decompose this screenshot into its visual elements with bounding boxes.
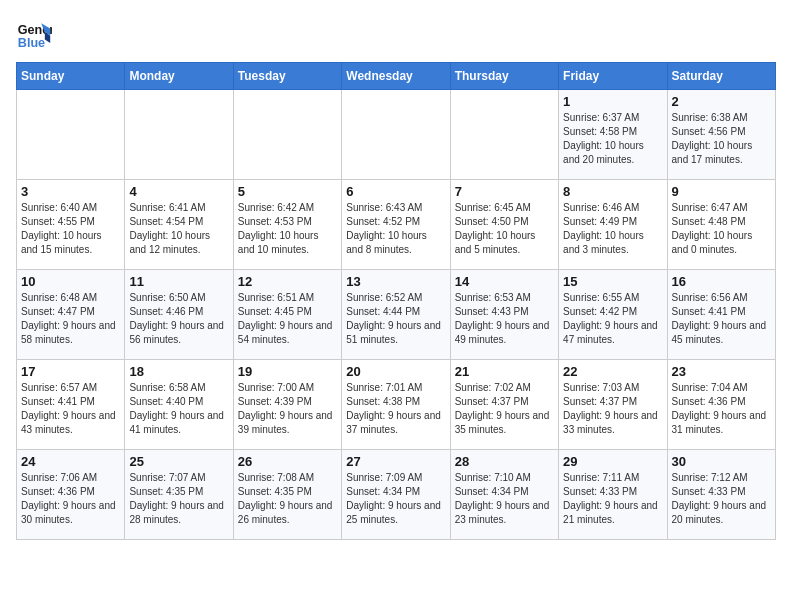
day-cell: 24Sunrise: 7:06 AM Sunset: 4:36 PM Dayli… — [17, 450, 125, 540]
day-cell — [233, 90, 341, 180]
day-number: 12 — [238, 274, 337, 289]
day-info: Sunrise: 7:04 AM Sunset: 4:36 PM Dayligh… — [672, 381, 771, 437]
day-number: 21 — [455, 364, 554, 379]
day-cell: 11Sunrise: 6:50 AM Sunset: 4:46 PM Dayli… — [125, 270, 233, 360]
day-number: 13 — [346, 274, 445, 289]
day-number: 2 — [672, 94, 771, 109]
week-row-2: 3Sunrise: 6:40 AM Sunset: 4:55 PM Daylig… — [17, 180, 776, 270]
day-info: Sunrise: 7:12 AM Sunset: 4:33 PM Dayligh… — [672, 471, 771, 527]
day-number: 1 — [563, 94, 662, 109]
day-cell: 7Sunrise: 6:45 AM Sunset: 4:50 PM Daylig… — [450, 180, 558, 270]
day-cell: 2Sunrise: 6:38 AM Sunset: 4:56 PM Daylig… — [667, 90, 775, 180]
day-info: Sunrise: 7:10 AM Sunset: 4:34 PM Dayligh… — [455, 471, 554, 527]
day-cell: 30Sunrise: 7:12 AM Sunset: 4:33 PM Dayli… — [667, 450, 775, 540]
day-info: Sunrise: 7:01 AM Sunset: 4:38 PM Dayligh… — [346, 381, 445, 437]
day-info: Sunrise: 6:55 AM Sunset: 4:42 PM Dayligh… — [563, 291, 662, 347]
day-number: 6 — [346, 184, 445, 199]
day-info: Sunrise: 6:52 AM Sunset: 4:44 PM Dayligh… — [346, 291, 445, 347]
day-number: 10 — [21, 274, 120, 289]
svg-text:Blue: Blue — [18, 36, 45, 50]
day-info: Sunrise: 6:46 AM Sunset: 4:49 PM Dayligh… — [563, 201, 662, 257]
day-cell — [342, 90, 450, 180]
day-info: Sunrise: 6:53 AM Sunset: 4:43 PM Dayligh… — [455, 291, 554, 347]
day-cell: 1Sunrise: 6:37 AM Sunset: 4:58 PM Daylig… — [559, 90, 667, 180]
header: General Blue — [16, 16, 776, 52]
day-cell: 21Sunrise: 7:02 AM Sunset: 4:37 PM Dayli… — [450, 360, 558, 450]
day-cell: 6Sunrise: 6:43 AM Sunset: 4:52 PM Daylig… — [342, 180, 450, 270]
day-number: 17 — [21, 364, 120, 379]
day-cell: 20Sunrise: 7:01 AM Sunset: 4:38 PM Dayli… — [342, 360, 450, 450]
day-number: 29 — [563, 454, 662, 469]
day-info: Sunrise: 6:51 AM Sunset: 4:45 PM Dayligh… — [238, 291, 337, 347]
day-number: 9 — [672, 184, 771, 199]
logo: General Blue — [16, 16, 52, 52]
day-number: 8 — [563, 184, 662, 199]
col-header-thursday: Thursday — [450, 63, 558, 90]
day-info: Sunrise: 6:40 AM Sunset: 4:55 PM Dayligh… — [21, 201, 120, 257]
day-cell: 10Sunrise: 6:48 AM Sunset: 4:47 PM Dayli… — [17, 270, 125, 360]
day-info: Sunrise: 6:45 AM Sunset: 4:50 PM Dayligh… — [455, 201, 554, 257]
day-info: Sunrise: 7:03 AM Sunset: 4:37 PM Dayligh… — [563, 381, 662, 437]
day-info: Sunrise: 6:37 AM Sunset: 4:58 PM Dayligh… — [563, 111, 662, 167]
day-number: 3 — [21, 184, 120, 199]
day-cell: 22Sunrise: 7:03 AM Sunset: 4:37 PM Dayli… — [559, 360, 667, 450]
day-cell: 12Sunrise: 6:51 AM Sunset: 4:45 PM Dayli… — [233, 270, 341, 360]
day-number: 30 — [672, 454, 771, 469]
day-cell — [17, 90, 125, 180]
day-cell: 17Sunrise: 6:57 AM Sunset: 4:41 PM Dayli… — [17, 360, 125, 450]
week-row-5: 24Sunrise: 7:06 AM Sunset: 4:36 PM Dayli… — [17, 450, 776, 540]
day-number: 19 — [238, 364, 337, 379]
day-cell: 14Sunrise: 6:53 AM Sunset: 4:43 PM Dayli… — [450, 270, 558, 360]
day-number: 26 — [238, 454, 337, 469]
day-number: 5 — [238, 184, 337, 199]
day-number: 7 — [455, 184, 554, 199]
day-info: Sunrise: 7:11 AM Sunset: 4:33 PM Dayligh… — [563, 471, 662, 527]
day-number: 23 — [672, 364, 771, 379]
day-number: 28 — [455, 454, 554, 469]
week-row-4: 17Sunrise: 6:57 AM Sunset: 4:41 PM Dayli… — [17, 360, 776, 450]
day-info: Sunrise: 6:50 AM Sunset: 4:46 PM Dayligh… — [129, 291, 228, 347]
calendar-table: SundayMondayTuesdayWednesdayThursdayFrid… — [16, 62, 776, 540]
day-number: 11 — [129, 274, 228, 289]
day-number: 14 — [455, 274, 554, 289]
day-number: 24 — [21, 454, 120, 469]
day-cell: 23Sunrise: 7:04 AM Sunset: 4:36 PM Dayli… — [667, 360, 775, 450]
day-number: 15 — [563, 274, 662, 289]
day-number: 22 — [563, 364, 662, 379]
col-header-tuesday: Tuesday — [233, 63, 341, 90]
day-number: 4 — [129, 184, 228, 199]
day-info: Sunrise: 6:58 AM Sunset: 4:40 PM Dayligh… — [129, 381, 228, 437]
day-cell: 26Sunrise: 7:08 AM Sunset: 4:35 PM Dayli… — [233, 450, 341, 540]
col-header-saturday: Saturday — [667, 63, 775, 90]
day-number: 18 — [129, 364, 228, 379]
day-info: Sunrise: 7:08 AM Sunset: 4:35 PM Dayligh… — [238, 471, 337, 527]
day-number: 20 — [346, 364, 445, 379]
day-cell: 13Sunrise: 6:52 AM Sunset: 4:44 PM Dayli… — [342, 270, 450, 360]
day-info: Sunrise: 6:38 AM Sunset: 4:56 PM Dayligh… — [672, 111, 771, 167]
day-cell — [450, 90, 558, 180]
day-info: Sunrise: 6:47 AM Sunset: 4:48 PM Dayligh… — [672, 201, 771, 257]
day-info: Sunrise: 6:43 AM Sunset: 4:52 PM Dayligh… — [346, 201, 445, 257]
day-cell: 3Sunrise: 6:40 AM Sunset: 4:55 PM Daylig… — [17, 180, 125, 270]
day-info: Sunrise: 7:00 AM Sunset: 4:39 PM Dayligh… — [238, 381, 337, 437]
day-info: Sunrise: 6:41 AM Sunset: 4:54 PM Dayligh… — [129, 201, 228, 257]
day-number: 16 — [672, 274, 771, 289]
day-cell: 15Sunrise: 6:55 AM Sunset: 4:42 PM Dayli… — [559, 270, 667, 360]
day-cell: 18Sunrise: 6:58 AM Sunset: 4:40 PM Dayli… — [125, 360, 233, 450]
day-info: Sunrise: 6:56 AM Sunset: 4:41 PM Dayligh… — [672, 291, 771, 347]
day-cell: 27Sunrise: 7:09 AM Sunset: 4:34 PM Dayli… — [342, 450, 450, 540]
day-info: Sunrise: 7:09 AM Sunset: 4:34 PM Dayligh… — [346, 471, 445, 527]
day-number: 25 — [129, 454, 228, 469]
day-info: Sunrise: 6:42 AM Sunset: 4:53 PM Dayligh… — [238, 201, 337, 257]
col-header-friday: Friday — [559, 63, 667, 90]
day-info: Sunrise: 7:06 AM Sunset: 4:36 PM Dayligh… — [21, 471, 120, 527]
week-row-1: 1Sunrise: 6:37 AM Sunset: 4:58 PM Daylig… — [17, 90, 776, 180]
day-cell — [125, 90, 233, 180]
col-header-wednesday: Wednesday — [342, 63, 450, 90]
day-cell: 8Sunrise: 6:46 AM Sunset: 4:49 PM Daylig… — [559, 180, 667, 270]
col-header-sunday: Sunday — [17, 63, 125, 90]
day-cell: 25Sunrise: 7:07 AM Sunset: 4:35 PM Dayli… — [125, 450, 233, 540]
day-info: Sunrise: 6:57 AM Sunset: 4:41 PM Dayligh… — [21, 381, 120, 437]
day-info: Sunrise: 7:07 AM Sunset: 4:35 PM Dayligh… — [129, 471, 228, 527]
day-cell: 29Sunrise: 7:11 AM Sunset: 4:33 PM Dayli… — [559, 450, 667, 540]
